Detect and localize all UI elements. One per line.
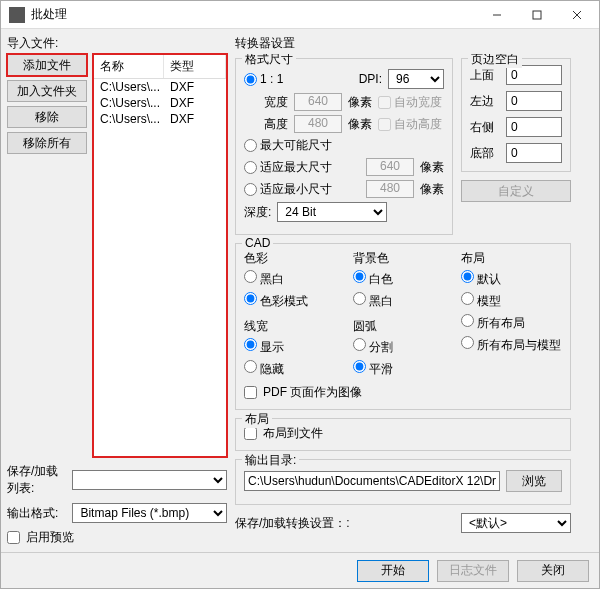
footer: 开始 日志文件 关闭: [1, 552, 599, 588]
layout-model-radio[interactable]: 模型: [461, 292, 562, 310]
maximize-button[interactable]: [517, 2, 557, 28]
auto-width-checkbox: 自动宽度: [378, 94, 442, 111]
app-icon: [9, 7, 25, 23]
import-files-label: 导入文件:: [7, 35, 227, 52]
file-list[interactable]: 名称 类型 C:\Users\...DXF C:\Users\...DXF C:…: [93, 54, 227, 457]
margin-left-input[interactable]: [506, 91, 562, 111]
save-list-select[interactable]: [72, 470, 227, 490]
fit-max-radio[interactable]: 适应最大尺寸: [244, 159, 332, 176]
margins-group: 页边空白 上面 左边 右侧 底部: [461, 58, 571, 172]
layout-file-group: 布局 布局到文件: [235, 418, 571, 451]
batch-window: 批处理 导入文件: 添加文件 加入文件夹 移除 移除所有 名称 类型: [0, 0, 600, 589]
layout-all-radio[interactable]: 所有布局: [461, 314, 562, 332]
table-row[interactable]: C:\Users\...DXF: [94, 95, 226, 111]
depth-select[interactable]: 24 Bit: [277, 202, 387, 222]
outdir-group: 输出目录: 浏览: [235, 459, 571, 505]
log-button: 日志文件: [437, 560, 509, 582]
margin-bottom-input[interactable]: [506, 143, 562, 163]
margin-right-input[interactable]: [506, 117, 562, 137]
customize-button: 自定义: [461, 180, 571, 202]
layout-default-radio[interactable]: 默认: [461, 270, 562, 288]
converter-settings-label: 转换器设置: [235, 35, 593, 52]
height-label: 高度: [264, 116, 288, 133]
outdir-input[interactable]: [244, 471, 500, 491]
bg-white-radio[interactable]: 白色: [353, 270, 454, 288]
save-settings-label: 保存/加载转换设置：:: [235, 515, 350, 532]
window-title: 批处理: [31, 6, 477, 23]
color-color-radio[interactable]: 色彩模式: [244, 292, 345, 310]
enable-preview-checkbox[interactable]: 启用预览: [7, 529, 227, 546]
add-files-button[interactable]: 添加文件: [7, 54, 87, 76]
auto-height-checkbox: 自动高度: [378, 116, 442, 133]
arc-split-radio[interactable]: 分割: [353, 338, 454, 356]
close-dialog-button[interactable]: 关闭: [517, 560, 589, 582]
add-folder-button[interactable]: 加入文件夹: [7, 80, 87, 102]
remove-all-button[interactable]: 移除所有: [7, 132, 87, 154]
save-settings-select[interactable]: <默认>: [461, 513, 571, 533]
table-row[interactable]: C:\Users\...DXF: [94, 79, 226, 95]
fit-min-radio[interactable]: 适应最小尺寸: [244, 181, 332, 198]
bg-black-radio[interactable]: 黑白: [353, 292, 454, 310]
color-bw-radio[interactable]: 黑白: [244, 270, 345, 288]
table-row[interactable]: C:\Users\...DXF: [94, 111, 226, 127]
save-list-label: 保存/加载列表:: [7, 463, 66, 497]
minimize-button[interactable]: [477, 2, 517, 28]
left-panel: 导入文件: 添加文件 加入文件夹 移除 移除所有 名称 类型 C:\Users\…: [7, 35, 227, 546]
remove-button[interactable]: 移除: [7, 106, 87, 128]
output-format-label: 输出格式:: [7, 505, 66, 522]
file-list-header: 名称 类型: [94, 55, 226, 79]
svg-rect-1: [533, 11, 541, 19]
titlebar: 批处理: [1, 1, 599, 29]
margin-top-input[interactable]: [506, 65, 562, 85]
layout-all-model-radio[interactable]: 所有布局与模型: [461, 336, 562, 354]
lw-hide-radio[interactable]: 隐藏: [244, 360, 345, 378]
width-value: 640: [294, 93, 342, 111]
height-value: 480: [294, 115, 342, 133]
right-panel: 转换器设置 格式尺寸 1 : 1 DPI: 96 宽度: [235, 35, 593, 546]
layout-to-file-checkbox[interactable]: 布局到文件: [244, 425, 562, 442]
output-format-select[interactable]: Bitmap Files (*.bmp): [72, 503, 227, 523]
dpi-select[interactable]: 96: [388, 69, 444, 89]
close-button[interactable]: [557, 2, 597, 28]
arc-smooth-radio[interactable]: 平滑: [353, 360, 454, 378]
max-possible-radio[interactable]: 最大可能尺寸: [244, 137, 332, 154]
ratio-1to1-radio[interactable]: 1 : 1: [244, 72, 283, 86]
depth-label: 深度:: [244, 204, 271, 221]
cad-group: CAD 色彩 黑白 色彩模式 线宽 显示 隐藏: [235, 243, 571, 410]
col-name[interactable]: 名称: [94, 55, 164, 78]
pdf-as-image-checkbox[interactable]: PDF 页面作为图像: [244, 384, 562, 401]
dpi-label: DPI:: [359, 72, 382, 86]
size-group: 格式尺寸 1 : 1 DPI: 96 宽度 640 像素 自动宽度: [235, 58, 453, 235]
col-type[interactable]: 类型: [164, 55, 226, 78]
browse-button[interactable]: 浏览: [506, 470, 562, 492]
lw-show-radio[interactable]: 显示: [244, 338, 345, 356]
start-button[interactable]: 开始: [357, 560, 429, 582]
width-label: 宽度: [264, 94, 288, 111]
